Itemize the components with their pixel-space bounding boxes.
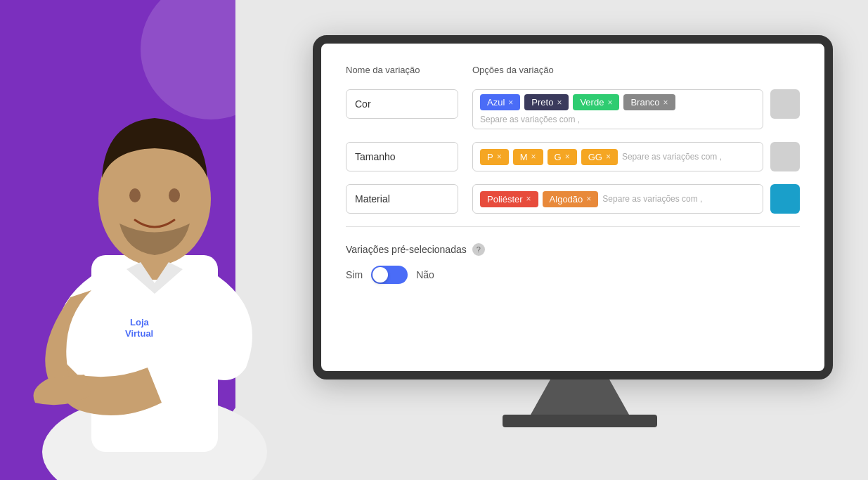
column-options-header: Opções da variação: [472, 65, 800, 75]
tamanho-action-button[interactable]: [770, 142, 800, 171]
cor-action-button[interactable]: [770, 89, 800, 119]
toggle-switch[interactable]: [371, 266, 408, 284]
pre-selected-label: Variações pré-selecionadas ?: [346, 243, 800, 256]
tag-p-label: P: [487, 152, 493, 162]
svg-point-4: [169, 188, 180, 202]
form-header: Nome da variação Opções da variação: [346, 65, 800, 75]
svg-text:Loja: Loja: [130, 317, 149, 327]
nao-label: Não: [416, 269, 434, 280]
person-image: Loja Virtual: [0, 16, 309, 480]
tag-gg-label: GG: [588, 152, 602, 162]
monitor: Nome da variação Opções da variação Azul…: [313, 35, 847, 443]
tamanho-name-input[interactable]: [346, 142, 458, 171]
tag-preto[interactable]: Preto ×: [524, 94, 569, 110]
tag-azul[interactable]: Azul ×: [480, 94, 520, 110]
tag-branco-close[interactable]: ×: [663, 98, 668, 108]
variation-row-cor: Azul × Preto × Verde × Branco: [346, 89, 800, 129]
cor-options-wrapper: Azul × Preto × Verde × Branco: [472, 89, 800, 129]
sim-label: Sim: [346, 269, 363, 280]
tag-algodao-close[interactable]: ×: [586, 194, 591, 204]
pre-selected-section: Variações pré-selecionadas ? Sim Não: [346, 238, 800, 284]
pre-selected-text: Variações pré-selecionadas: [346, 244, 467, 255]
material-name-input[interactable]: [346, 184, 458, 214]
section-divider: [346, 226, 800, 227]
tag-g-close[interactable]: ×: [565, 152, 570, 162]
tag-poliester-label: Poliéster: [487, 194, 523, 205]
tag-algodao-label: Algodão: [550, 194, 583, 205]
tag-poliester-close[interactable]: ×: [526, 194, 531, 204]
svg-point-3: [129, 188, 141, 202]
tag-g-label: G: [555, 152, 562, 162]
tag-m-close[interactable]: ×: [531, 152, 536, 162]
material-placeholder: Separe as variações com ,: [602, 194, 702, 204]
tag-p-close[interactable]: ×: [497, 152, 502, 162]
tag-m-label: M: [520, 152, 528, 162]
tamanho-tags-area[interactable]: P × M × G × GG ×: [472, 142, 763, 171]
tag-p[interactable]: P ×: [480, 149, 509, 165]
tag-branco-label: Branco: [630, 97, 659, 108]
column-name-header: Nome da variação: [346, 65, 458, 75]
cor-tags-area[interactable]: Azul × Preto × Verde × Branco: [472, 89, 763, 129]
tag-m[interactable]: M ×: [513, 149, 543, 165]
tag-verde-label: Verde: [580, 97, 604, 108]
tag-azul-label: Azul: [487, 97, 505, 108]
tag-poliester[interactable]: Poliéster ×: [480, 191, 538, 207]
cor-name-input[interactable]: [346, 89, 458, 119]
material-tags-area[interactable]: Poliéster × Algodão × Separe as variaçõe…: [472, 184, 763, 214]
tag-g[interactable]: G ×: [548, 149, 577, 165]
material-action-button[interactable]: [770, 184, 800, 214]
tag-branco[interactable]: Branco ×: [623, 94, 675, 110]
monitor-base: [503, 415, 657, 427]
tamanho-placeholder: Separe as variações com ,: [622, 152, 722, 162]
variation-row-tamanho: P × M × G × GG ×: [346, 142, 800, 171]
tamanho-options-wrapper: P × M × G × GG ×: [472, 142, 800, 171]
svg-text:Virtual: Virtual: [125, 328, 153, 339]
material-options-wrapper: Poliéster × Algodão × Separe as variaçõe…: [472, 184, 800, 214]
tag-preto-close[interactable]: ×: [557, 98, 562, 108]
monitor-screen: Nome da variação Opções da variação Azul…: [313, 35, 833, 380]
variation-form: Nome da variação Opções da variação Azul…: [346, 65, 800, 284]
tag-preto-label: Preto: [531, 97, 553, 108]
tag-algodao[interactable]: Algodão ×: [543, 191, 599, 207]
help-icon[interactable]: ?: [472, 243, 485, 256]
tag-gg[interactable]: GG ×: [581, 149, 618, 165]
tag-azul-close[interactable]: ×: [508, 98, 513, 108]
tag-verde[interactable]: Verde ×: [573, 94, 619, 110]
tag-verde-close[interactable]: ×: [607, 98, 612, 108]
variation-row-material: Poliéster × Algodão × Separe as variaçõe…: [346, 184, 800, 214]
toggle-row: Sim Não: [346, 266, 800, 284]
monitor-stand: [531, 380, 629, 415]
cor-placeholder: Separe as variações com ,: [480, 115, 580, 124]
tag-gg-close[interactable]: ×: [606, 152, 611, 162]
toggle-knob: [373, 267, 388, 283]
